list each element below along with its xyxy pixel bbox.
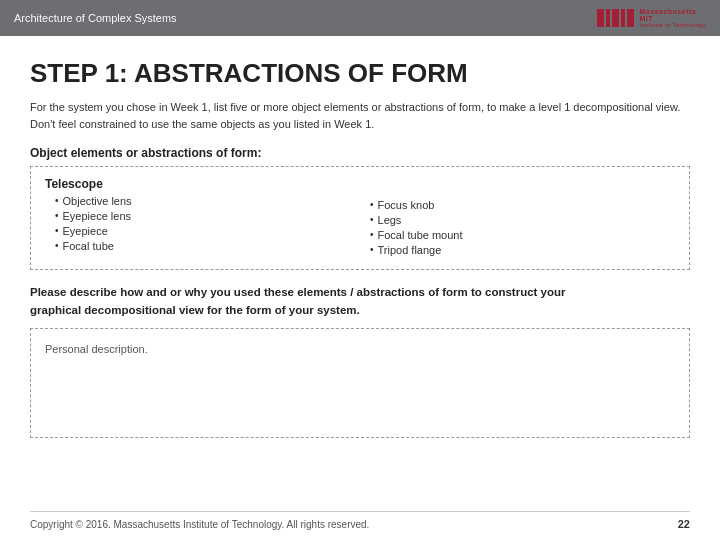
please-text-bold-2: graphical decompositional view for the f… <box>30 304 360 316</box>
mit-text-top: Massachusetts <box>640 8 707 15</box>
intro-text: For the system you chose in Week 1, list… <box>30 99 690 132</box>
sub-item-4: • Focal tube <box>55 240 360 252</box>
mit-bar-4 <box>621 9 625 27</box>
right-item-1: • Focus knob <box>370 199 675 211</box>
sub-item-4-label: Focal tube <box>63 240 114 252</box>
right-bullet-1: • <box>370 199 374 210</box>
mit-bar-5 <box>627 9 634 27</box>
footer-copyright: Copyright © 2016. Massachusetts Institut… <box>30 519 369 530</box>
mit-text-mid: MIT <box>640 15 707 22</box>
header-title: Architecture of Complex Systems <box>14 12 177 24</box>
elements-box: Telescope • Objective lens • Eyepiece le… <box>30 166 690 270</box>
section-label: Object elements or abstractions of form: <box>30 146 690 160</box>
description-box[interactable]: Personal description. <box>30 328 690 438</box>
right-item-4: • Tripod flange <box>370 244 675 256</box>
footer: Copyright © 2016. Massachusetts Institut… <box>30 511 690 530</box>
mit-bar-1 <box>597 9 604 27</box>
sub-item-2-label: Eyepiece lens <box>63 210 132 222</box>
right-item-3: • Focal tube mount <box>370 229 675 241</box>
right-item-3-label: Focal tube mount <box>378 229 463 241</box>
bullet-4: • <box>55 240 59 251</box>
header: Architecture of Complex Systems Massachu… <box>0 0 720 36</box>
right-bullet-3: • <box>370 229 374 240</box>
mit-logo-bars <box>597 9 634 27</box>
right-bullet-4: • <box>370 244 374 255</box>
mit-logo: Massachusetts MIT Institute of Technolog… <box>597 8 707 28</box>
right-item-1-label: Focus knob <box>378 199 435 211</box>
bullet-1: • <box>55 195 59 206</box>
bullet-2: • <box>55 210 59 221</box>
mit-bar-3 <box>612 9 619 27</box>
step-title: STEP 1: ABSTRACTIONS OF FORM <box>30 58 690 89</box>
please-text-bold-1: Please describe how and or why you used … <box>30 286 566 298</box>
personal-description-text: Personal description. <box>45 343 148 355</box>
mit-text-bottom: Institute of Technology <box>640 22 707 28</box>
please-text: Please describe how and or why you used … <box>30 284 690 320</box>
main-item-telescope: Telescope <box>45 177 360 191</box>
mit-bar-2 <box>606 9 610 27</box>
main-content: STEP 1: ABSTRACTIONS OF FORM For the sys… <box>0 36 720 466</box>
right-column: • Focus knob • Legs • Focal tube mount •… <box>360 177 675 259</box>
right-item-2: • Legs <box>370 214 675 226</box>
right-item-4-label: Tripod flange <box>378 244 442 256</box>
footer-page-number: 22 <box>678 518 690 530</box>
sub-item-1-label: Objective lens <box>63 195 132 207</box>
bullet-3: • <box>55 225 59 236</box>
right-item-2-label: Legs <box>378 214 402 226</box>
sub-item-2: • Eyepiece lens <box>55 210 360 222</box>
sub-item-1: • Objective lens <box>55 195 360 207</box>
left-column: Telescope • Objective lens • Eyepiece le… <box>45 177 360 259</box>
sub-item-3: • Eyepiece <box>55 225 360 237</box>
sub-item-3-label: Eyepiece <box>63 225 108 237</box>
right-bullet-2: • <box>370 214 374 225</box>
mit-text-block: Massachusetts MIT Institute of Technolog… <box>640 8 707 28</box>
